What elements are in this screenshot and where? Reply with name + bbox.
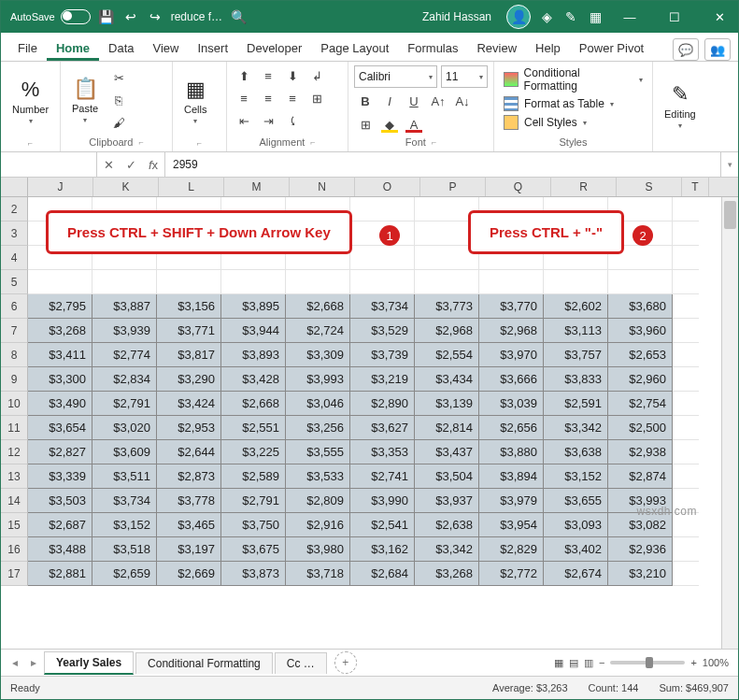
cell-empty[interactable] [350,270,415,294]
col-header-S[interactable]: S [617,178,682,196]
row-header-7[interactable]: 7 [1,319,28,343]
cell-Q13[interactable]: $3,894 [479,464,544,489]
minimize-button[interactable]: — [611,1,648,33]
col-header-O[interactable]: O [355,178,420,196]
autosave-toggle[interactable]: AutoSave [10,9,91,24]
cell-P17[interactable]: $3,268 [415,562,479,586]
cell-N17[interactable]: $3,718 [286,562,350,586]
cell-Q7[interactable]: $2,968 [479,319,544,343]
cell-J11[interactable]: $3,654 [28,416,92,440]
cell-M7[interactable]: $3,944 [221,319,286,343]
cell-P16[interactable]: $3,342 [415,537,479,562]
cell-empty[interactable] [673,343,699,367]
decrease-font-icon[interactable]: A↓ [451,91,474,111]
cell-empty[interactable] [221,270,286,294]
cut-icon[interactable]: ✂ [107,67,130,88]
row-header-6[interactable]: 6 [1,294,28,319]
cell-O15[interactable]: $2,541 [350,513,415,537]
font-size-select[interactable]: 11▾ [441,65,488,88]
cell-K13[interactable]: $3,511 [92,464,157,489]
cell-N6[interactable]: $2,668 [286,294,350,319]
cell-R10[interactable]: $2,591 [544,392,608,416]
cell-J15[interactable]: $2,687 [28,513,92,537]
formula-input[interactable]: 2959 [165,152,720,177]
cell-O6[interactable]: $3,734 [350,294,415,319]
add-sheet-button[interactable]: + [334,651,357,674]
sheet-tab-cc[interactable]: Cc … [275,652,327,674]
row-header-10[interactable]: 10 [1,392,28,416]
cell-S10[interactable]: $2,754 [608,392,673,416]
cell-S16[interactable]: $2,936 [608,537,673,562]
cell-J8[interactable]: $3,411 [28,343,92,367]
comments-icon[interactable]: 💬 [673,38,699,61]
view-page-icon[interactable]: ▤ [569,657,578,669]
cell-empty[interactable] [673,319,699,343]
merge-icon[interactable]: ⊞ [306,88,328,108]
search-icon[interactable]: 🔍 [230,8,247,25]
cell-P10[interactable]: $3,139 [415,392,479,416]
cell-N7[interactable]: $2,724 [286,319,350,343]
borders-icon[interactable]: ⊞ [354,114,377,135]
cell-J7[interactable]: $3,268 [28,319,92,343]
cell-J17[interactable]: $2,881 [28,562,92,586]
row-header-3[interactable]: 3 [1,221,28,246]
cell-P12[interactable]: $3,437 [415,440,479,464]
cell-S6[interactable]: $3,680 [608,294,673,319]
cell-N16[interactable]: $3,980 [286,537,350,562]
row-header-11[interactable]: 11 [1,416,28,440]
cell-R11[interactable]: $3,342 [544,416,608,440]
name-box[interactable] [1,152,97,177]
cell-R16[interactable]: $3,402 [544,537,608,562]
cell-O12[interactable]: $3,353 [350,440,415,464]
cell-K8[interactable]: $2,774 [92,343,157,367]
cell-K7[interactable]: $3,939 [92,319,157,343]
redo-icon[interactable]: ↪ [147,8,163,25]
cell-M15[interactable]: $3,750 [221,513,286,537]
cell-empty[interactable] [608,270,673,294]
cell-Q9[interactable]: $3,666 [479,367,544,392]
tab-home[interactable]: Home [47,36,99,61]
cell-N9[interactable]: $3,993 [286,367,350,392]
cell-M16[interactable]: $3,675 [221,537,286,562]
share-icon[interactable]: 👥 [704,38,731,61]
underline-icon[interactable]: U [403,91,425,111]
cell-J16[interactable]: $3,488 [28,537,92,562]
number-format-button[interactable]: %Number▾ [7,76,54,127]
cell-P11[interactable]: $2,814 [415,416,479,440]
row-header-13[interactable]: 13 [1,464,28,489]
fill-color-icon[interactable]: ◆ [378,114,401,135]
user-avatar[interactable]: 👤 [506,5,531,29]
cell-N13[interactable]: $3,533 [286,464,350,489]
cell-R17[interactable]: $2,674 [544,562,608,586]
cell-S7[interactable]: $3,960 [608,319,673,343]
cell-L10[interactable]: $3,424 [157,392,221,416]
cell-K17[interactable]: $2,659 [92,562,157,586]
cell-L7[interactable]: $3,771 [157,319,221,343]
col-header-Q[interactable]: Q [486,178,551,196]
cell-R7[interactable]: $3,113 [544,319,608,343]
enter-formula-icon[interactable]: ✓ [120,158,142,172]
cell-empty[interactable] [350,246,415,270]
cell-S13[interactable]: $2,874 [608,464,673,489]
cell-P6[interactable]: $3,773 [415,294,479,319]
row-header-2[interactable]: 2 [1,197,28,221]
cell-P8[interactable]: $2,554 [415,343,479,367]
cell-M12[interactable]: $3,225 [221,440,286,464]
row-header-15[interactable]: 15 [1,513,28,537]
cell-R14[interactable]: $3,655 [544,489,608,513]
cell-L12[interactable]: $2,644 [157,440,221,464]
row-header-4[interactable]: 4 [1,246,28,270]
font-name-select[interactable]: Calibri▾ [354,65,437,88]
cell-O16[interactable]: $3,162 [350,537,415,562]
cell-empty[interactable] [673,440,699,464]
col-header-J[interactable]: J [28,178,93,196]
bold-icon[interactable]: B [354,91,377,111]
cell-N14[interactable]: $2,809 [286,489,350,513]
cell-J9[interactable]: $3,300 [28,367,92,392]
cell-S8[interactable]: $2,653 [608,343,673,367]
col-header-R[interactable]: R [551,178,617,196]
align-left-icon[interactable]: ≡ [233,88,255,108]
align-top-icon[interactable]: ⬆ [233,65,255,86]
cell-empty[interactable] [415,270,479,294]
row-header-17[interactable]: 17 [1,562,28,586]
